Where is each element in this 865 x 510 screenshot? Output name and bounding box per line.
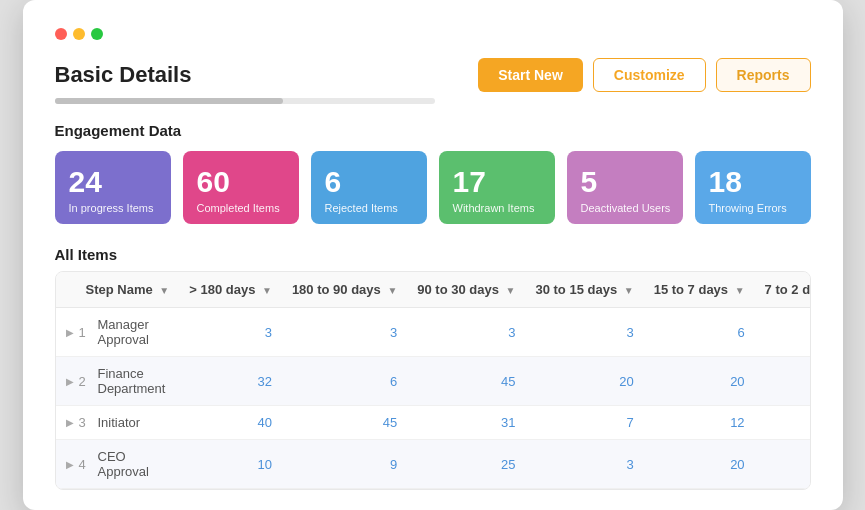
col-header-d180to90[interactable]: 180 to 90 days ▼ (282, 272, 407, 308)
sort-arrow-gt180: ▼ (262, 285, 272, 296)
progress-bar-fill (55, 98, 283, 104)
table-row: ▶ 3 Initiator 4045317128 (56, 406, 811, 440)
col-header-d90to30[interactable]: 90 to 30 days ▼ (407, 272, 525, 308)
card-label-completed: Completed Items (197, 202, 287, 214)
cell-row4-col5[interactable]: 20 (644, 440, 755, 489)
row-num-3: 3 (79, 415, 93, 430)
start-new-button[interactable]: Start New (478, 58, 583, 92)
cell-row3-col4[interactable]: 7 (525, 406, 643, 440)
header-row: Basic Details Start New Customize Report… (55, 58, 811, 92)
table-row: ▶ 1 Manager Approval 333366 (56, 308, 811, 357)
traffic-lights (55, 28, 811, 40)
card-num-deactivated: 5 (581, 165, 671, 198)
cell-row3-col6[interactable]: 8 (755, 406, 811, 440)
cell-row2-col5[interactable]: 20 (644, 357, 755, 406)
sort-arrow-d30to15: ▼ (624, 285, 634, 296)
card-label-rejected: Rejected Items (325, 202, 415, 214)
cell-row1-col4[interactable]: 3 (525, 308, 643, 357)
table-body: ▶ 1 Manager Approval 333366 ▶ 2 Finance … (56, 308, 811, 489)
row-name-2: Finance Department (98, 366, 170, 396)
sort-arrow-d90to30: ▼ (506, 285, 516, 296)
card-label-in-progress: In progress Items (69, 202, 159, 214)
cell-row4-col2[interactable]: 9 (282, 440, 407, 489)
progress-bar-container (55, 98, 435, 104)
row-expand-1[interactable]: ▶ (66, 327, 74, 338)
card-in-progress: 24 In progress Items (55, 151, 171, 224)
card-num-in-progress: 24 (69, 165, 159, 198)
card-rejected: 6 Rejected Items (311, 151, 427, 224)
sort-arrow-d180to90: ▼ (387, 285, 397, 296)
step-cell-2: ▶ 2 Finance Department (56, 357, 180, 406)
row-name-3: Initiator (98, 415, 141, 430)
col-header-d30to15[interactable]: 30 to 15 days ▼ (525, 272, 643, 308)
cell-row2-col2[interactable]: 6 (282, 357, 407, 406)
cell-row1-col6[interactable]: 6 (755, 308, 811, 357)
step-cell-3: ▶ 3 Initiator (56, 406, 180, 440)
row-expand-4[interactable]: ▶ (66, 459, 74, 470)
card-num-rejected: 6 (325, 165, 415, 198)
cell-row4-col1[interactable]: 10 (179, 440, 282, 489)
cell-row3-col2[interactable]: 45 (282, 406, 407, 440)
card-num-completed: 60 (197, 165, 287, 198)
row-num-2: 2 (79, 374, 93, 389)
row-num-1: 1 (79, 325, 93, 340)
cell-row1-col2[interactable]: 3 (282, 308, 407, 357)
close-dot (55, 28, 67, 40)
cell-row3-col3[interactable]: 31 (407, 406, 525, 440)
card-deactivated: 5 Deactivated Users (567, 151, 683, 224)
page-title: Basic Details (55, 62, 192, 88)
table-row: ▶ 2 Finance Department 32645202032 (56, 357, 811, 406)
col-header-gt180[interactable]: > 180 days ▼ (179, 272, 282, 308)
col-header-d15to7[interactable]: 15 to 7 days ▼ (644, 272, 755, 308)
step-cell-1: ▶ 1 Manager Approval (56, 308, 180, 357)
cell-row4-col6[interactable]: 21 (755, 440, 811, 489)
card-withdrawn: 17 Withdrawn Items (439, 151, 555, 224)
main-window: Basic Details Start New Customize Report… (23, 0, 843, 510)
sort-arrow-d15to7: ▼ (735, 285, 745, 296)
cell-row2-col4[interactable]: 20 (525, 357, 643, 406)
header-buttons: Start New Customize Reports (478, 58, 810, 92)
cell-row4-col4[interactable]: 3 (525, 440, 643, 489)
sort-arrow-step-name: ▼ (159, 285, 169, 296)
items-table-wrapper: Step Name ▼> 180 days ▼180 to 90 days ▼9… (55, 271, 811, 490)
customize-button[interactable]: Customize (593, 58, 706, 92)
col-header-step-name[interactable]: Step Name ▼ (56, 272, 180, 308)
step-cell-4: ▶ 4 CEO Approval (56, 440, 180, 489)
cell-row4-col3[interactable]: 25 (407, 440, 525, 489)
col-header-d7to2[interactable]: 7 to 2 days ▼ (755, 272, 811, 308)
engagement-section-label: Engagement Data (55, 122, 811, 139)
cell-row1-col3[interactable]: 3 (407, 308, 525, 357)
cell-row1-col1[interactable]: 3 (179, 308, 282, 357)
items-table: Step Name ▼> 180 days ▼180 to 90 days ▼9… (56, 272, 811, 489)
reports-button[interactable]: Reports (716, 58, 811, 92)
all-items-label: All Items (55, 246, 811, 263)
card-num-errors: 18 (709, 165, 799, 198)
row-num-4: 4 (79, 457, 93, 472)
row-expand-3[interactable]: ▶ (66, 417, 74, 428)
card-label-deactivated: Deactivated Users (581, 202, 671, 214)
card-completed: 60 Completed Items (183, 151, 299, 224)
cell-row2-col1[interactable]: 32 (179, 357, 282, 406)
card-errors: 18 Throwing Errors (695, 151, 811, 224)
card-num-withdrawn: 17 (453, 165, 543, 198)
engagement-cards: 24 In progress Items 60 Completed Items … (55, 151, 811, 224)
cell-row3-col5[interactable]: 12 (644, 406, 755, 440)
table-row: ▶ 4 CEO Approval 1092532021 (56, 440, 811, 489)
minimize-dot (73, 28, 85, 40)
cell-row3-col1[interactable]: 40 (179, 406, 282, 440)
row-name-1: Manager Approval (98, 317, 170, 347)
card-label-withdrawn: Withdrawn Items (453, 202, 543, 214)
row-name-4: CEO Approval (98, 449, 170, 479)
cell-row2-col6[interactable]: 32 (755, 357, 811, 406)
cell-row1-col5[interactable]: 6 (644, 308, 755, 357)
card-label-errors: Throwing Errors (709, 202, 799, 214)
row-expand-2[interactable]: ▶ (66, 376, 74, 387)
cell-row2-col3[interactable]: 45 (407, 357, 525, 406)
maximize-dot (91, 28, 103, 40)
table-header: Step Name ▼> 180 days ▼180 to 90 days ▼9… (56, 272, 811, 308)
